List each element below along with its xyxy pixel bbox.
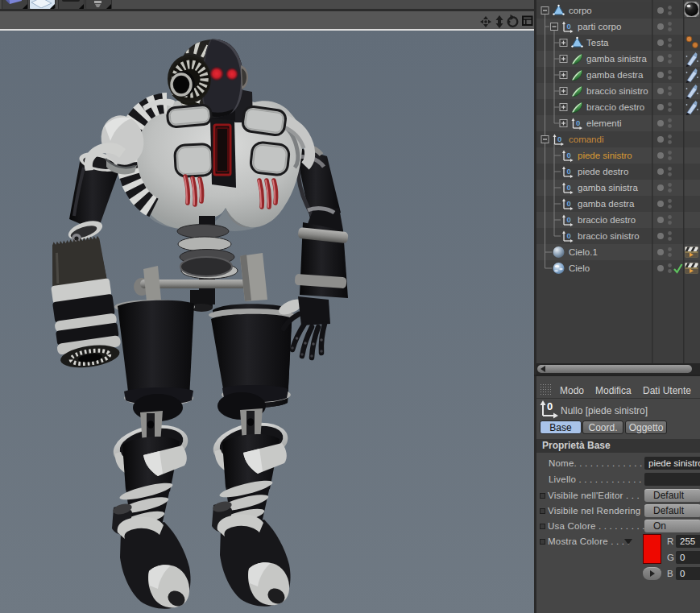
svg-text:braccio destro: braccio destro — [586, 102, 644, 112]
svg-text:Cielo.1: Cielo.1 — [569, 247, 598, 257]
svg-text:Cielo: Cielo — [569, 263, 590, 273]
svg-text:gamba destra: gamba destra — [578, 199, 635, 209]
svg-text:piede destro: piede destro — [578, 167, 628, 176]
svg-text:gamba sinistra: gamba sinistra — [578, 183, 638, 193]
svg-text:corpo: corpo — [569, 6, 592, 15]
svg-text:braccio destro: braccio destro — [578, 215, 636, 225]
svg-text:piede sinistro: piede sinistro — [578, 151, 632, 160]
svg-text:parti corpo: parti corpo — [578, 22, 621, 31]
svg-text:Testa: Testa — [586, 38, 609, 48]
svg-text:gamba sinistra: gamba sinistra — [586, 54, 647, 64]
svg-text:elementi: elementi — [586, 118, 621, 128]
svg-text:braccio sinistro: braccio sinistro — [578, 231, 640, 241]
svg-text:gamba destra: gamba destra — [586, 70, 644, 80]
svg-text:braccio sinistro: braccio sinistro — [586, 86, 648, 96]
svg-text:comandi: comandi — [569, 135, 603, 144]
svg-text:0: 0 — [547, 400, 553, 412]
